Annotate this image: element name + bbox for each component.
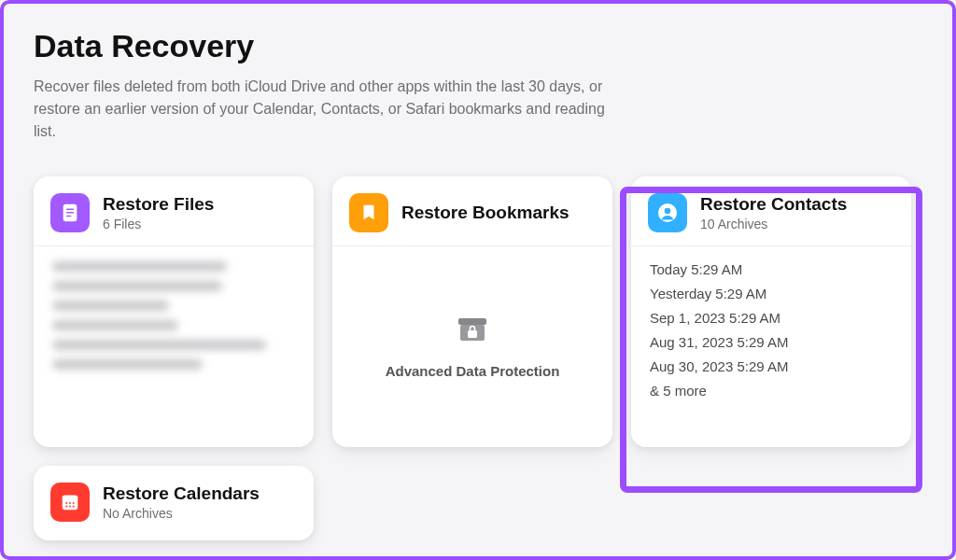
page-title: Data Recovery: [34, 28, 922, 64]
svg-point-8: [665, 208, 671, 215]
contacts-archive-list: Today 5:29 AM Yesterday 5:29 AM Sep 1, 2…: [650, 261, 893, 399]
restore-files-body: [34, 246, 314, 447]
restore-bookmarks-title: Restore Bookmarks: [401, 203, 569, 224]
restore-files-redacted-list: [52, 261, 295, 370]
advanced-data-protection-notice: Advanced Data Protection: [332, 246, 612, 447]
svg-rect-2: [66, 212, 74, 213]
calendar-icon: [50, 483, 90, 522]
restore-calendars-header: Restore Calendars No Archives: [34, 466, 314, 539]
restore-files-title: Restore Files: [103, 194, 214, 216]
restore-bookmarks-header: Restore Bookmarks: [332, 176, 612, 246]
svg-rect-3: [66, 216, 72, 217]
contacts-icon: [648, 193, 687, 232]
restore-files-card[interactable]: Restore Files 6 Files: [34, 176, 314, 447]
advanced-data-protection-label: Advanced Data Protection: [386, 363, 560, 379]
svg-rect-6: [468, 330, 477, 338]
svg-rect-4: [458, 318, 486, 325]
bookmark-icon: [349, 193, 388, 232]
archive-entry[interactable]: Aug 30, 2023 5:29 AM: [650, 358, 893, 374]
svg-point-12: [69, 502, 71, 504]
archive-entry[interactable]: Aug 31, 2023 5:29 AM: [650, 334, 893, 350]
page-description: Recover files deleted from both iCloud D…: [34, 76, 631, 143]
page-container: Data Recovery Recover files deleted from…: [0, 0, 956, 540]
cards-grid: Restore Files 6 Files: [34, 176, 922, 540]
restore-calendars-title: Restore Calendars: [103, 483, 260, 505]
restore-calendars-subtitle: No Archives: [103, 506, 260, 521]
restore-contacts-body: Today 5:29 AM Yesterday 5:29 AM Sep 1, 2…: [631, 246, 911, 447]
restore-files-subtitle: 6 Files: [103, 217, 214, 231]
svg-point-15: [69, 506, 71, 508]
restore-calendars-card[interactable]: Restore Calendars No Archives: [34, 466, 314, 540]
restore-contacts-card[interactable]: Restore Contacts 10 Archives Today 5:29 …: [631, 176, 911, 447]
svg-point-13: [73, 502, 75, 504]
restore-files-header: Restore Files 6 Files: [34, 176, 314, 246]
lock-archive-icon: [457, 315, 488, 346]
archive-entry[interactable]: Yesterday 5:29 AM: [650, 286, 893, 301]
restore-contacts-title: Restore Contacts: [700, 194, 847, 216]
archive-entry[interactable]: Today 5:29 AM: [650, 261, 893, 277]
svg-point-11: [65, 502, 67, 504]
restore-contacts-header: Restore Contacts 10 Archives: [631, 176, 911, 246]
files-icon: [50, 193, 90, 232]
svg-point-16: [73, 506, 75, 508]
archive-more[interactable]: & 5 more: [650, 383, 893, 399]
svg-rect-1: [66, 208, 74, 209]
restore-bookmarks-card[interactable]: Restore Bookmarks Advanced Data Protecti…: [332, 176, 612, 447]
archive-entry[interactable]: Sep 1, 2023 5:29 AM: [650, 310, 893, 326]
svg-rect-10: [63, 496, 78, 500]
svg-point-14: [65, 506, 67, 508]
restore-contacts-subtitle: 10 Archives: [700, 217, 847, 231]
